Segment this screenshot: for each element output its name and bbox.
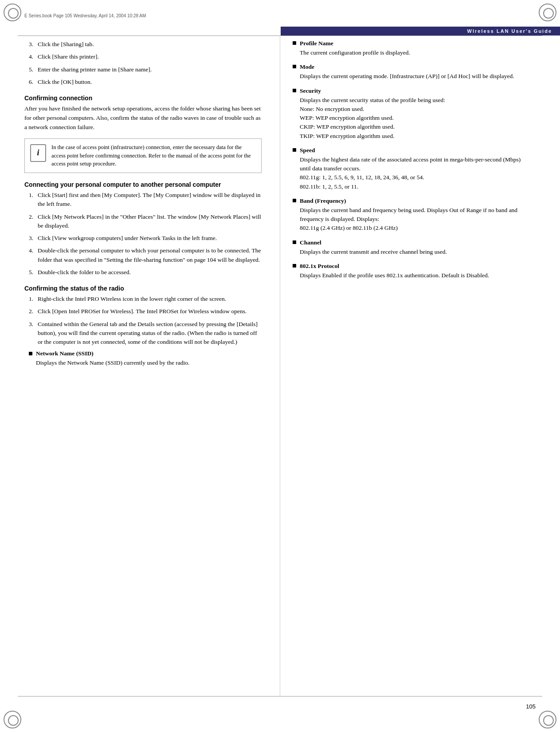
list-text: Double-click the folder to be accessed. [38,268,262,277]
list-item: 4. Click [Share this printer]. [24,52,262,61]
bullet-square-icon [293,89,296,92]
list-item: 5. Double-click the folder to be accesse… [24,268,262,277]
corner-br-decoration [539,711,556,728]
bullet-square-icon [293,148,296,152]
bullet-header: Speed [293,147,530,154]
band-line-2: 802.11g (2.4 GHz) or 802.11b (2.4 GHz) [300,224,530,232]
bullet-square-icon [293,65,296,68]
speed-line-1: Displays the highest data rate of the as… [300,155,530,173]
confirming-connection-heading: Confirming connection [24,94,262,102]
bullet-square-icon [293,199,296,202]
list-item: 2. Click [My Network Places] in the "Oth… [24,213,262,231]
list-text: Click the [OK] button. [38,78,262,87]
connecting-section-heading: Connecting your personal computer to ano… [24,181,262,188]
list-num: 2. [24,307,33,316]
bullet-square-icon [293,264,296,268]
center-vertical-line [280,35,280,697]
security-line-2: None: No encryption used. [300,105,530,114]
bullet-header: Band (Frequency) [293,197,530,205]
band-line-1: Displays the current band and frequency … [300,206,530,224]
speed-line-2: 802.11g: 1, 2, 5.5, 6, 9, 11, 12, 18, 24… [300,173,530,182]
page-container: E Series.book Page 105 Wednesday, April … [0,0,560,732]
list-num: 1. [24,191,33,209]
speed-bullet: Speed Displays the highest data rate of … [293,147,530,191]
bullet-label: Band (Frequency) [300,197,346,205]
connecting-steps-list: 1. Click [Start] first and then [My Comp… [24,191,262,277]
bullet-body: Displays the current transmit and receiv… [293,248,530,256]
sub-bullet-body: Displays the Network Name (SSID) current… [29,358,262,367]
list-item: 4. Double-click the personal computer to… [24,246,262,264]
book-reference: E Series.book Page 105 Wednesday, April … [24,13,146,18]
right-column: Profile Name The current configuration p… [293,40,539,286]
bullet-label: Mode [300,63,314,71]
bullet-body: Displays the highest data rate of the as… [293,155,530,191]
list-num: 5. [24,65,33,74]
list-item: 1. Click [Start] first and then [My Comp… [24,191,262,209]
bullet-header: Profile Name [293,40,530,47]
bullet-square-icon [293,41,296,45]
bullet-square-icon [293,240,296,244]
bullet-label: Profile Name [300,40,333,47]
security-line-4: CKIP: WEP encryption algorithm used. [300,122,530,131]
confirming-radio-list: 1. Right-click the Intel PRO Wireless ic… [24,295,262,346]
list-num: 6. [24,78,33,87]
bullet-header: Mode [293,63,530,71]
sub-bullet-label: Network Name (SSID) [36,350,94,357]
bullet-square-icon [29,352,32,355]
list-text: Click [Start] first and then [My Compute… [38,191,262,209]
network-name-ssid-bullet: Network Name (SSID) Displays the Network… [29,350,262,367]
profile-name-bullet: Profile Name The current configuration p… [293,40,530,57]
list-num: 3. [24,320,33,347]
bullet-label: Speed [300,147,315,154]
bullet-label: Security [300,87,321,94]
bullet-label: Channel [300,239,321,246]
list-item: 3. Click the [Sharing] tab. [24,40,262,49]
corner-tl-decoration [4,4,21,21]
corner-bl-decoration [4,711,21,728]
list-item: 1. Right-click the Intel PRO Wireless ic… [24,295,262,303]
bullet-body: Displays the current band and frequency … [293,206,530,233]
list-num: 2. [24,213,33,231]
bullet-header: 802.1x Protocol [293,263,530,270]
list-num: 3. [24,40,33,49]
header-bar: WIreless LAN User's Guide [281,27,560,35]
info-box-text: In the case of access point (infrastruct… [51,143,256,168]
sub-bullet-header: Network Name (SSID) [29,350,262,357]
sharing-steps-list: 3. Click the [Sharing] tab. 4. Click [Sh… [24,40,262,87]
bullet-header: Security [293,87,530,94]
list-text: Enter the sharing printer name in [Share… [38,65,262,74]
bullet-body: Displays the current security status of … [293,96,530,141]
bullet-body: Displays the current operating mode. [In… [293,72,530,81]
confirming-connection-body: After you have finished the network setu… [24,104,262,132]
list-num: 5. [24,268,33,277]
bullet-body: Displays Enabled if the profile uses 802… [293,271,530,280]
security-line-5: TKIP: WEP encryption algorithm used. [300,132,530,141]
speed-line-3: 802.11b: 1, 2, 5.5, or 11. [300,182,530,191]
list-num: 1. [24,295,33,303]
protocol-bullet: 802.1x Protocol Displays Enabled if the … [293,263,530,280]
list-item: 5. Enter the sharing printer name in [Sh… [24,65,262,74]
list-text: Double-click the personal computer to wh… [38,246,262,264]
list-text: Click [Open Intel PROSet for Wireless]. … [38,307,262,316]
security-line-3: WEP: WEP encryption algorithm used. [300,114,530,122]
list-item: 6. Click the [OK] button. [24,78,262,87]
list-item: 3. Contained within the General tab and … [24,320,262,347]
bullet-label: 802.1x Protocol [300,263,339,270]
bullet-body: The current configuration profile is dis… [293,48,530,57]
list-item: 3. Click [View workgroup computers] unde… [24,234,262,243]
info-box: i In the case of access point (infrastru… [24,138,262,173]
security-line-1: Displays the current security status of … [300,96,530,105]
band-frequency-bullet: Band (Frequency) Displays the current ba… [293,197,530,233]
corner-tr-decoration [539,4,556,21]
list-text: Right-click the Intel PRO Wireless icon … [38,295,262,303]
list-num: 4. [24,246,33,264]
page-number: 105 [526,703,536,710]
list-text: Click [View workgroup computers] under N… [38,234,262,243]
list-num: 4. [24,52,33,61]
list-text: Click the [Sharing] tab. [38,40,262,49]
security-bullet: Security Displays the current security s… [293,87,530,141]
list-text: Click [Share this printer]. [38,52,262,61]
list-item: 2. Click [Open Intel PROSet for Wireless… [24,307,262,316]
mode-bullet: Mode Displays the current operating mode… [293,63,530,81]
list-num: 3. [24,234,33,243]
